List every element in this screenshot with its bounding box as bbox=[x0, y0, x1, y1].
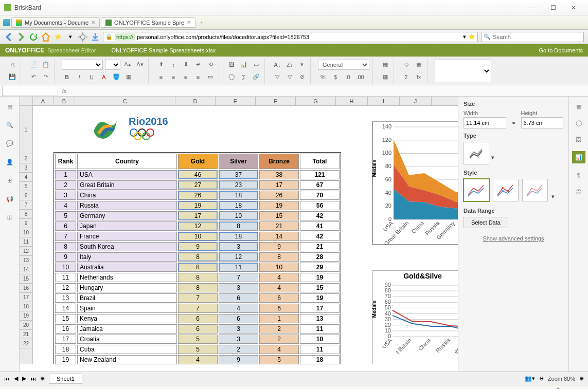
table-row[interactable]: 15Kenya66113 bbox=[55, 314, 340, 323]
bookmark-button[interactable]: ⭐ bbox=[54, 32, 63, 42]
table-row[interactable]: 4Russia19181956 bbox=[55, 201, 340, 210]
search-icon[interactable]: 🔍 bbox=[5, 120, 14, 129]
sort-desc-button[interactable]: Z↓ bbox=[284, 60, 295, 70]
copy-button[interactable]: 📄 bbox=[28, 60, 39, 70]
spreadsheet-grid[interactable]: A B C D E F G H I J 12345678910111213141… bbox=[20, 97, 458, 372]
textart-settings-icon[interactable]: Ⓐ bbox=[574, 187, 583, 196]
table-row[interactable]: 19New Zealand49518 bbox=[55, 355, 340, 364]
link-icon[interactable]: ⚭ bbox=[511, 120, 516, 128]
col-header[interactable]: A bbox=[33, 97, 54, 105]
advanced-settings-link[interactable]: Show advanced settings bbox=[483, 235, 544, 242]
tab-documents[interactable]: My Documents - Docume ✕ bbox=[11, 17, 100, 28]
header-gold[interactable]: Gold bbox=[178, 154, 218, 169]
home-button[interactable] bbox=[41, 32, 50, 42]
col-header[interactable]: I bbox=[368, 97, 400, 105]
first-sheet-button[interactable]: ⏮ bbox=[4, 376, 10, 382]
bold-button[interactable]: B bbox=[62, 72, 72, 82]
table-row[interactable]: 10Australia8111029 bbox=[55, 263, 340, 272]
file-icon[interactable]: ▤ bbox=[5, 102, 14, 111]
number-format-select[interactable]: General bbox=[318, 60, 369, 70]
close-icon[interactable]: ✕ bbox=[187, 20, 191, 25]
formula-input[interactable] bbox=[68, 86, 588, 96]
col-header[interactable]: B bbox=[54, 97, 75, 105]
font-color-button[interactable]: A bbox=[99, 72, 109, 82]
medals-table[interactable]: Rank Country Gold Silver Bronze Total 1U… bbox=[54, 152, 341, 364]
hyperlink-button[interactable]: 🔗 bbox=[251, 72, 261, 82]
table-row[interactable]: 3China26182670 bbox=[55, 191, 340, 200]
undo-button[interactable]: ↶ bbox=[28, 72, 39, 82]
star-icon[interactable]: ⭐ bbox=[468, 33, 475, 40]
chevron-down-icon[interactable]: ▾ bbox=[491, 154, 494, 160]
image-settings-icon[interactable]: 🖼 bbox=[574, 135, 583, 144]
merge-button[interactable]: ▭ bbox=[205, 72, 216, 82]
text-settings-icon[interactable]: ¶ bbox=[574, 171, 583, 180]
header-bronze[interactable]: Bronze bbox=[259, 154, 299, 169]
chart-type-thumb[interactable] bbox=[464, 142, 489, 164]
chevron-down-icon[interactable]: ▾ bbox=[551, 193, 555, 199]
close-icon[interactable]: ✕ bbox=[91, 20, 95, 25]
align-right-button[interactable]: ≡ bbox=[181, 72, 191, 82]
align-left-button[interactable]: ≡ bbox=[156, 72, 166, 82]
chart-button[interactable]: 📊 bbox=[239, 60, 249, 70]
chart-line-gold-silver[interactable]: Gold&Silve Medals 0102030405060708090 US… bbox=[372, 270, 458, 364]
increase-decimal-button[interactable]: .00 bbox=[355, 72, 365, 82]
reload-button[interactable] bbox=[29, 32, 38, 42]
col-header[interactable]: G bbox=[296, 97, 336, 105]
decrease-font-button[interactable]: A▾ bbox=[135, 60, 145, 70]
table-row[interactable]: 8South Korea93921 bbox=[55, 242, 340, 251]
paste-button[interactable]: 📋 bbox=[41, 60, 51, 70]
header-total[interactable]: Total bbox=[300, 154, 340, 169]
shape-settings-icon[interactable]: ◯ bbox=[574, 118, 583, 127]
url-bar[interactable]: 🔒 https:// ▾ ⭐ bbox=[103, 32, 478, 42]
forward-button[interactable] bbox=[16, 32, 26, 42]
underline-button[interactable]: U bbox=[86, 72, 97, 82]
table-row[interactable]: 2Great Britain27231767 bbox=[55, 180, 340, 190]
border-button[interactable]: ▦ bbox=[123, 72, 134, 82]
filter-dropdown-button[interactable]: ▾ bbox=[297, 60, 307, 70]
dropdown-icon[interactable]: ▾ bbox=[66, 32, 75, 42]
delete-cells-button[interactable]: ▦ bbox=[380, 72, 390, 82]
name-box[interactable] bbox=[2, 86, 58, 96]
style-thumb-2[interactable] bbox=[493, 179, 519, 201]
clear-button[interactable]: ◇ bbox=[401, 60, 412, 70]
col-header[interactable]: E bbox=[216, 97, 256, 105]
tab-spreadsheet[interactable]: ONLYOFFICE Sample Spre ✕ bbox=[101, 17, 195, 28]
table-row[interactable]: 9Italy812828 bbox=[55, 252, 340, 262]
next-sheet-button[interactable]: ▶ bbox=[22, 375, 26, 382]
col-header[interactable]: J bbox=[400, 97, 432, 105]
fx-icon[interactable]: fx bbox=[60, 88, 68, 94]
zoom-out-button[interactable]: ⊖ bbox=[539, 375, 544, 382]
orientation-button[interactable]: ⟲ bbox=[205, 60, 216, 70]
back-button[interactable] bbox=[4, 32, 13, 42]
height-input[interactable] bbox=[521, 117, 564, 128]
shape-button[interactable]: ◯ bbox=[226, 72, 237, 82]
table-row[interactable]: 17Croatia53210 bbox=[55, 335, 340, 344]
col-header[interactable]: C bbox=[75, 97, 175, 105]
comments-icon[interactable]: 💬 bbox=[5, 139, 14, 148]
about-icon[interactable]: ⓘ bbox=[5, 213, 14, 222]
table-row[interactable]: 16Jamaica63211 bbox=[55, 324, 340, 334]
insert-cells-button[interactable]: ▦ bbox=[380, 60, 390, 70]
header-silver[interactable]: Silver bbox=[219, 154, 258, 169]
cell-style-select[interactable] bbox=[435, 60, 491, 82]
font-select[interactable] bbox=[62, 60, 103, 70]
new-tab-button[interactable]: + bbox=[197, 20, 207, 26]
valign-bot-button[interactable]: ⬇ bbox=[181, 60, 191, 70]
table-row[interactable]: 5Germany17101542 bbox=[55, 211, 340, 220]
table-row[interactable]: 13Brazil76619 bbox=[55, 293, 340, 303]
style-thumb-1[interactable] bbox=[464, 179, 489, 201]
filter-clear-button[interactable]: ▽ bbox=[284, 72, 295, 82]
col-header[interactable]: H bbox=[336, 97, 368, 105]
search-input[interactable] bbox=[493, 34, 581, 40]
decrease-decimal-button[interactable]: .0 bbox=[343, 72, 353, 82]
print-button[interactable]: 🖨 bbox=[7, 60, 17, 70]
table-row[interactable]: 14Spain74617 bbox=[55, 304, 340, 313]
chart-area-medals[interactable]: Medals 020406080100120140 USAGreat Brita… bbox=[372, 121, 458, 245]
style-thumb-3[interactable] bbox=[522, 179, 548, 201]
download-button[interactable] bbox=[91, 32, 100, 42]
function-button[interactable]: fx bbox=[414, 72, 424, 82]
prev-sheet-button[interactable]: ◀ bbox=[14, 375, 18, 382]
width-input[interactable] bbox=[464, 117, 506, 128]
fontsize-select[interactable] bbox=[105, 60, 120, 70]
add-sheet-button[interactable]: ⊕ bbox=[40, 375, 45, 382]
